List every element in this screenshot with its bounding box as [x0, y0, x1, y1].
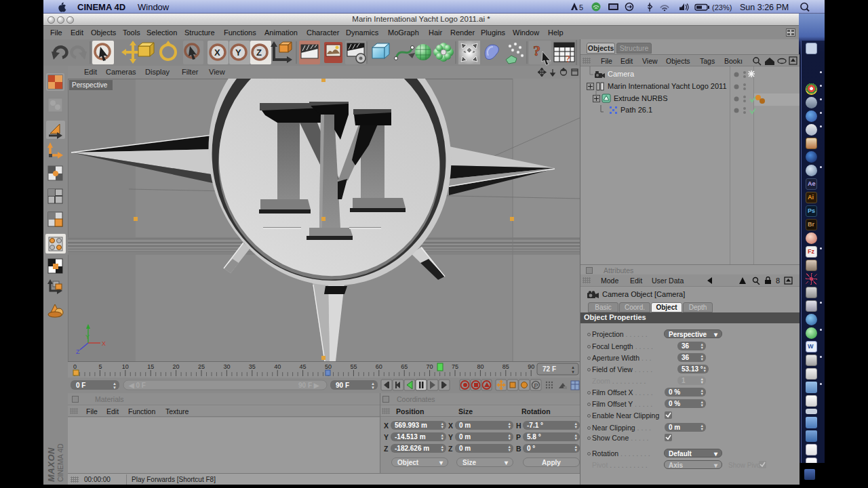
svg-text:X: X	[214, 47, 220, 58]
svg-text:72 F: 72 F	[542, 365, 556, 373]
svg-text:Y: Y	[85, 333, 90, 340]
svg-text:40: 40	[274, 363, 281, 370]
svg-text:50: 50	[325, 363, 332, 370]
svg-text:?: ?	[533, 42, 540, 59]
svg-text:Z: Z	[256, 47, 262, 58]
svg-text:(23%): (23%)	[712, 3, 732, 11]
svg-text:30: 30	[223, 363, 230, 370]
svg-text:▼: ▼	[113, 386, 117, 390]
svg-text:5: 5	[579, 3, 583, 12]
svg-text:90: 90	[528, 363, 534, 370]
svg-text:35: 35	[249, 363, 256, 370]
svg-text:Sun 3:26 PM: Sun 3:26 PM	[740, 3, 789, 12]
svg-text:Y: Y	[235, 47, 241, 58]
svg-text:80: 80	[477, 363, 484, 370]
svg-text:45: 45	[300, 363, 307, 370]
svg-text:▼: ▼	[371, 386, 375, 390]
svg-text:15: 15	[147, 363, 154, 370]
svg-text:8: 8	[776, 277, 780, 285]
svg-text:10: 10	[122, 363, 129, 370]
svg-text:▲: ▲	[571, 365, 575, 369]
svg-text:90 F: 90 F	[336, 382, 349, 389]
svg-text:5: 5	[98, 363, 102, 370]
svg-text:85: 85	[502, 363, 509, 370]
svg-text:0 F: 0 F	[76, 382, 85, 389]
svg-text:Perspective: Perspective	[72, 81, 108, 89]
svg-text:?: ?	[566, 54, 570, 64]
svg-text:55: 55	[350, 363, 357, 370]
svg-text:Z: Z	[76, 348, 80, 355]
svg-text:25: 25	[198, 363, 205, 370]
svg-text:X: X	[102, 340, 106, 347]
svg-text:20: 20	[173, 363, 180, 370]
svg-text:◀ 0 F: ◀ 0 F	[128, 382, 146, 389]
svg-text:0: 0	[73, 363, 77, 370]
svg-text:P: P	[534, 382, 538, 389]
svg-text:70: 70	[427, 363, 433, 370]
svg-text:75: 75	[452, 363, 458, 370]
svg-text:65: 65	[401, 363, 408, 370]
svg-text:60: 60	[376, 363, 382, 370]
svg-text:▼: ▼	[571, 370, 575, 374]
svg-text:90 F ▶: 90 F ▶	[298, 382, 320, 389]
